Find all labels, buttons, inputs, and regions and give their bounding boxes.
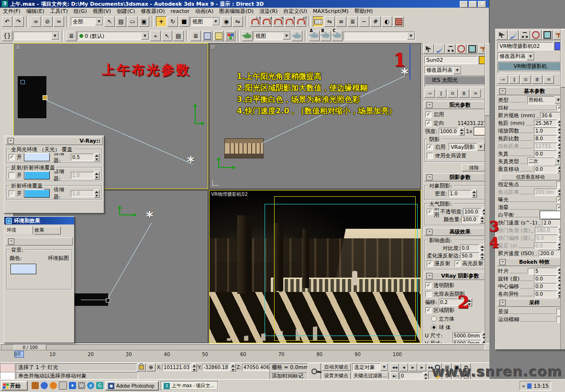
remove-modifier-button[interactable]: 🗑 xyxy=(459,89,469,98)
transparent-shadow-checkbox[interactable]: ✓ xyxy=(425,282,432,289)
render-scene-button[interactable] xyxy=(393,16,404,27)
spinner-buttons[interactable] xyxy=(459,127,465,135)
select-manipulate-button[interactable]: ⇋ xyxy=(233,16,243,27)
chevron-down-icon[interactable]: ▼ xyxy=(454,67,461,74)
task-photoshop[interactable]: ◉ Adobe Photoshop xyxy=(105,381,159,391)
xy-constraint-button[interactable]: XY xyxy=(296,16,306,27)
usize-field[interactable]: 5000.0mm xyxy=(453,332,481,339)
z-field[interactable]: 47050.406 xyxy=(242,364,271,371)
viewport-top-label[interactable]: 顶 xyxy=(15,44,20,51)
start-button[interactable]: 开始 xyxy=(1,381,28,391)
chevron-down-icon[interactable]: ▼ xyxy=(407,32,415,40)
tab-display[interactable] xyxy=(542,30,553,40)
crossing-selection-button[interactable]: ▣ xyxy=(139,16,149,27)
targeted-checkbox[interactable]: ✓ xyxy=(425,120,432,126)
key-mode-dropdown[interactable]: 选定对象▼ xyxy=(352,363,388,371)
pin-stack-button[interactable]: -∞ xyxy=(424,89,435,98)
add-to-layer-button[interactable]: ↖ xyxy=(162,31,172,41)
close-button[interactable]: × xyxy=(478,1,486,8)
opacity-field[interactable]: 100.0 xyxy=(463,208,481,215)
tab-create[interactable] xyxy=(423,44,434,54)
select-by-name-button[interactable]: ▤ xyxy=(116,16,126,27)
panel-scrollbar[interactable] xyxy=(485,43,489,343)
scrollbar-thumb[interactable] xyxy=(485,43,489,116)
dialog-title-bar[interactable]: ◎ 环境和效果 xyxy=(4,217,74,224)
checkbox[interactable] xyxy=(528,268,534,274)
tab-modify[interactable] xyxy=(508,30,519,40)
collapse-icon[interactable]: - xyxy=(499,259,506,265)
bind-spacewarp-button[interactable]: ≈ xyxy=(54,16,64,27)
vray-sun-icon[interactable]: * xyxy=(146,214,154,219)
soften-field[interactable]: 50.0 xyxy=(460,252,479,259)
rollout-bokeh[interactable]: -Bokeh 特效 xyxy=(497,258,564,266)
collapse-icon[interactable]: - xyxy=(499,300,506,306)
collapse-icon[interactable]: - xyxy=(426,174,432,180)
menu-item[interactable]: 图表编辑器(D) xyxy=(216,8,256,15)
tab-motion[interactable] xyxy=(531,30,542,40)
paint-icon[interactable] xyxy=(32,382,39,389)
task-3dsmax[interactable]: 3 上午.max - 项目文... xyxy=(161,381,218,391)
tray-app-icon[interactable] xyxy=(527,383,532,389)
restore-button[interactable]: ❐ xyxy=(469,1,477,8)
remove-modifier-button[interactable]: 🗑 xyxy=(532,75,543,84)
render-preset-a-button[interactable]: A xyxy=(309,31,320,41)
named-sets-dropdown[interactable]: ▼ xyxy=(13,32,59,40)
keyboard-override-button[interactable] xyxy=(313,16,323,27)
numeric-field[interactable]: 5 xyxy=(534,268,557,275)
selection-lock-button[interactable] xyxy=(137,363,146,371)
numeric-field[interactable]: 200.0 xyxy=(539,250,562,257)
minimize-button[interactable]: _ xyxy=(460,1,468,8)
stack-item[interactable]: VR物理摄影机 xyxy=(499,63,562,70)
numeric-field[interactable]: 0.0 xyxy=(534,291,557,298)
dropdown[interactable]: 二次▼ xyxy=(527,157,563,166)
material-editor-2-button[interactable] xyxy=(213,31,224,41)
y-field[interactable]: -32860.18 xyxy=(202,364,230,371)
chevron-down-icon[interactable]: ▼ xyxy=(212,18,220,25)
menu-item[interactable]: MAXScript(M) xyxy=(310,8,352,14)
configure-modifier-button[interactable]: ≡ xyxy=(543,75,554,84)
zoom-all-button[interactable]: ⊞ xyxy=(443,363,452,371)
unlink-button[interactable]: ⊘ xyxy=(42,16,53,27)
rollout-basic-params[interactable]: -基本参数 xyxy=(497,87,564,95)
curve-editor-2-button[interactable]: ≣ xyxy=(190,31,201,41)
material-balls-button[interactable] xyxy=(225,31,235,41)
modifier-list-dropdown[interactable]: 修改器列表▼ xyxy=(498,52,535,60)
select-object-button[interactable]: ↖ xyxy=(104,16,115,27)
stack-item[interactable]: IES 太阳光 xyxy=(425,77,487,84)
messenger-icon[interactable] xyxy=(41,382,48,389)
checkbox[interactable]: ✓ xyxy=(9,154,15,160)
modifier-stack[interactable]: VR物理摄影机 xyxy=(498,62,563,73)
numeric-field[interactable]: 12733. xyxy=(534,143,557,150)
enable-checkbox[interactable]: ✓ xyxy=(425,112,432,118)
dropdown[interactable]: 照相机▼ xyxy=(527,96,563,104)
quick-render-button[interactable] xyxy=(292,31,302,41)
tab-environment[interactable]: 环境 xyxy=(6,226,33,234)
chat-icon[interactable] xyxy=(50,382,57,389)
box-radio[interactable] xyxy=(431,316,437,322)
tab-display[interactable] xyxy=(467,44,477,54)
select-scale-button[interactable]: ■ xyxy=(179,16,189,27)
make-unique-button[interactable]: ⧉ xyxy=(521,75,531,84)
object-name-field[interactable]: Sun02 xyxy=(424,56,477,64)
numeric-field[interactable]: 1.0 xyxy=(534,127,557,134)
schematic-view-button[interactable]: # xyxy=(370,16,381,27)
numeric-field[interactable]: 1.0 xyxy=(71,190,94,197)
media-player-icon[interactable] xyxy=(69,382,76,389)
set-key-mode-button[interactable]: 设置关键点 xyxy=(322,372,351,380)
numeric-field[interactable]: 1.0 xyxy=(71,172,94,179)
panel-button[interactable]: 估算垂直移动 xyxy=(500,173,560,180)
spinner-buttons[interactable] xyxy=(472,190,477,198)
menu-item[interactable]: 组(G) xyxy=(71,8,90,15)
word-icon[interactable]: W xyxy=(78,382,85,389)
spinner-buttons[interactable] xyxy=(94,171,100,179)
render-preset-b-button[interactable]: B xyxy=(321,31,331,41)
chevron-down-icon[interactable]: ▼ xyxy=(95,18,103,25)
numeric-field[interactable]: 0.0 xyxy=(535,235,558,242)
shadow-enable-checkbox[interactable]: ✓ xyxy=(427,144,433,150)
rollout-sun-params[interactable]: -阳光参数 xyxy=(424,101,488,109)
chevron-down-icon[interactable]: ▼ xyxy=(283,32,290,40)
menu-item[interactable]: 修改器(O) xyxy=(138,8,167,15)
render-view-dropdown[interactable]: 视图▼ xyxy=(254,32,291,40)
chevron-down-icon[interactable]: ▼ xyxy=(51,32,59,40)
render-preset-c-button[interactable]: C xyxy=(332,31,343,41)
